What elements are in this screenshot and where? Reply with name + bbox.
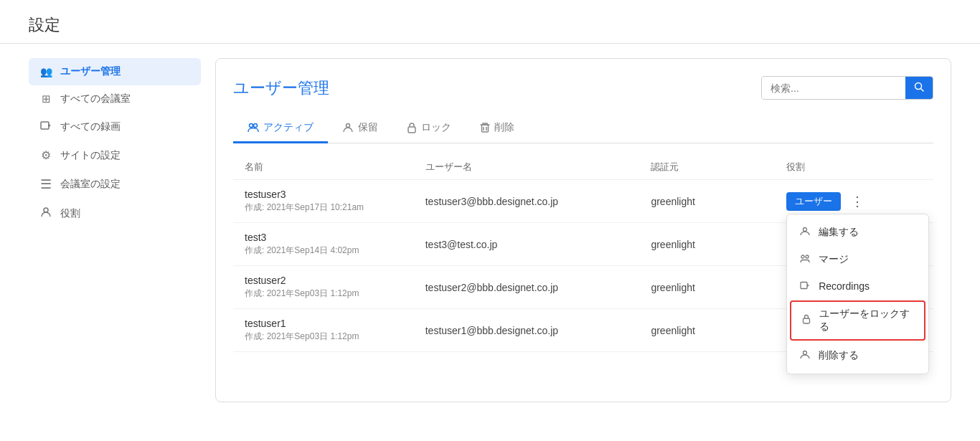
content-header: ユーザー管理 — [233, 76, 933, 100]
user-name: testuser2 — [245, 275, 425, 286]
svg-marker-16 — [807, 284, 809, 287]
user-name: testuser1 — [245, 318, 425, 329]
user-created: 作成: 2021年Sep03日 1:12pm — [245, 331, 425, 343]
user-email: test3@test.co.jp — [425, 239, 651, 250]
user-name: test3 — [245, 232, 425, 243]
search-button[interactable] — [905, 77, 933, 99]
tab-pending-label: 保留 — [358, 121, 378, 134]
col-auth: 認証元 — [651, 161, 786, 174]
search-box — [761, 76, 933, 100]
lock-icon — [800, 314, 812, 326]
content-title: ユーザー管理 — [233, 77, 329, 99]
svg-point-12 — [804, 228, 807, 232]
dropdown-recordings-label: Recordings — [819, 280, 870, 292]
gear-icon: ⚙ — [39, 148, 53, 162]
sidebar-item-label: 会議室の設定 — [60, 178, 121, 191]
content-panel: ユーザー管理 — [215, 58, 951, 402]
user-info-cell: testuser3 作成: 2021年Sep17日 10:21am — [245, 189, 425, 214]
user-created: 作成: 2021年Sep03日 1:12pm — [245, 288, 425, 300]
sidebar-item-label: すべての会議室 — [60, 93, 131, 105]
svg-marker-1 — [48, 124, 51, 128]
delete-icon — [798, 349, 811, 361]
sidebar-item-site-settings[interactable]: ⚙ サイトの設定 — [29, 141, 201, 169]
sidebar: ユーザー管理 ⊞ すべての会議室 すべての録画 ⚙ サイトの設定 ☰ 会議室の設… — [29, 58, 201, 402]
sidebar-item-room-settings[interactable]: ☰ 会議室の設定 — [29, 169, 201, 199]
role-icon — [39, 207, 53, 221]
user-email: testuser3@bbb.designet.co.jp — [425, 196, 651, 207]
user-auth: greenlight — [651, 239, 786, 250]
sidebar-item-label: すべての録画 — [60, 120, 121, 133]
table-row: testuser3 作成: 2021年Sep17日 10:21am testus… — [233, 180, 933, 223]
tab-locked[interactable]: ロック — [392, 114, 466, 143]
svg-rect-15 — [801, 282, 807, 288]
user-info-cell: test3 作成: 2021年Sep14日 4:02pm — [245, 232, 425, 257]
tab-deleted[interactable]: 削除 — [466, 114, 529, 143]
list-icon: ☰ — [39, 176, 53, 192]
dropdown-menu: 編集する マージ — [786, 214, 929, 374]
user-name: testuser3 — [245, 189, 425, 200]
edit-icon — [798, 226, 811, 238]
svg-point-5 — [250, 124, 253, 128]
user-email: testuser2@bbb.designet.co.jp — [425, 282, 651, 293]
dropdown-recordings[interactable]: Recordings — [787, 273, 928, 299]
user-auth: greenlight — [651, 282, 786, 293]
tab-active[interactable]: アクティブ — [233, 114, 328, 143]
svg-point-13 — [801, 255, 804, 258]
sidebar-item-user-management[interactable]: ユーザー管理 — [29, 58, 201, 85]
svg-point-2 — [44, 208, 48, 212]
role-badge: ユーザー — [786, 192, 841, 211]
svg-point-7 — [347, 124, 350, 128]
sidebar-item-all-recordings[interactable]: すべての録画 — [29, 113, 201, 141]
svg-rect-0 — [41, 122, 49, 129]
user-auth: greenlight — [651, 196, 786, 207]
page-header: 設定 — [0, 0, 980, 44]
col-name: 名前 — [245, 161, 425, 174]
col-role: 役割 — [786, 161, 922, 174]
svg-point-6 — [254, 124, 258, 128]
svg-point-18 — [804, 351, 807, 355]
user-created: 作成: 2021年Sep17日 10:21am — [245, 201, 425, 214]
active-tab-icon — [248, 122, 259, 133]
users-icon — [39, 65, 53, 78]
user-info-cell: testuser2 作成: 2021年Sep03日 1:12pm — [245, 275, 425, 300]
svg-line-4 — [921, 89, 924, 92]
lock-tab-icon — [407, 122, 417, 133]
sidebar-item-all-rooms[interactable]: ⊞ すべての会議室 — [29, 85, 201, 113]
user-email: testuser1@bbb.designet.co.jp — [425, 325, 651, 336]
user-info-cell: testuser1 作成: 2021年Sep03日 1:12pm — [245, 318, 425, 343]
svg-rect-9 — [482, 125, 489, 132]
sidebar-item-label: サイトの設定 — [60, 149, 121, 162]
more-options-button[interactable]: ⋮ — [847, 192, 868, 211]
user-created: 作成: 2021年Sep14日 4:02pm — [245, 245, 425, 257]
tab-active-label: アクティブ — [263, 121, 314, 134]
page-title: 設定 — [29, 14, 951, 36]
tab-locked-label: ロック — [421, 121, 451, 134]
svg-point-14 — [806, 255, 809, 258]
pending-tab-icon — [342, 122, 354, 133]
merge-icon — [798, 253, 811, 265]
dropdown-delete[interactable]: 削除する — [787, 342, 928, 369]
recordings-icon — [39, 120, 53, 134]
dropdown-delete-label: 削除する — [819, 349, 859, 362]
dropdown-lock-label: ユーザーをロックする — [819, 308, 915, 333]
search-input[interactable] — [762, 77, 905, 99]
video-icon — [798, 280, 811, 292]
tab-deleted-label: 削除 — [494, 121, 514, 134]
dropdown-merge[interactable]: マージ — [787, 246, 928, 273]
dropdown-merge-label: マージ — [819, 253, 849, 266]
main-layout: ユーザー管理 ⊞ すべての会議室 すべての録画 ⚙ サイトの設定 ☰ 会議室の設… — [0, 44, 980, 417]
sidebar-item-roles[interactable]: 役割 — [29, 199, 201, 228]
rooms-icon: ⊞ — [39, 93, 53, 105]
dropdown-edit[interactable]: 編集する — [787, 219, 928, 246]
role-cell: ユーザー ⋮ 編集する — [786, 192, 922, 211]
sidebar-item-label: 役割 — [60, 207, 80, 220]
user-auth: greenlight — [651, 325, 786, 336]
table-header: 名前 ユーザー名 認証元 役割 — [233, 155, 933, 180]
dropdown-lock[interactable]: ユーザーをロックする — [790, 300, 925, 341]
tab-pending[interactable]: 保留 — [328, 114, 392, 143]
tabs: アクティブ 保留 ロック — [233, 114, 933, 143]
svg-rect-17 — [803, 318, 809, 323]
sidebar-item-label: ユーザー管理 — [60, 65, 121, 78]
svg-rect-8 — [408, 127, 415, 133]
trash-tab-icon — [480, 122, 490, 133]
